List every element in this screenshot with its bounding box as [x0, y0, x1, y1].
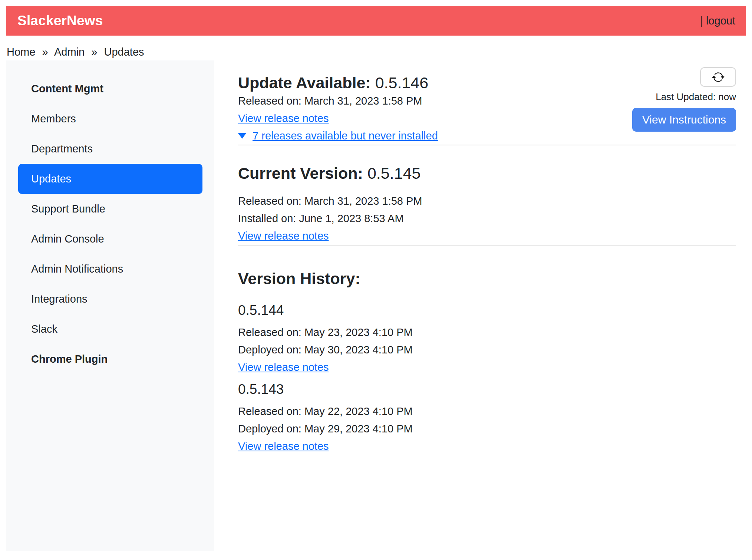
history-deployed-on-text: Deployed on: May 29, 2023 4:10 PM: [238, 420, 736, 438]
current-installed-on-text: Installed on: June 1, 2023 8:53 AM: [238, 210, 736, 227]
section-divider: [238, 245, 736, 246]
breadcrumb: Home » Admin » Updates: [7, 46, 144, 58]
sidebar-item-label: Members: [31, 113, 76, 125]
history-released-on-text: Released on: May 23, 2023 4:10 PM: [238, 324, 736, 341]
logout-separator: |: [700, 15, 703, 27]
view-instructions-button[interactable]: View Instructions: [632, 108, 736, 132]
sidebar-item-label: Chrome Plugin: [31, 353, 108, 365]
section-divider: [238, 145, 736, 145]
breadcrumb-admin[interactable]: Admin: [54, 46, 85, 58]
sidebar-item-label: Admin Console: [31, 233, 104, 245]
version-history-section: Version History: 0.5.144 Released on: Ma…: [238, 269, 736, 455]
version-history-entry: 0.5.144 Released on: May 23, 2023 4:10 P…: [238, 302, 736, 376]
sidebar-item-support-bundle[interactable]: Support Bundle: [18, 194, 202, 224]
sidebar-item-departments[interactable]: Departments: [18, 134, 202, 164]
sidebar-item-label: Updates: [31, 173, 71, 185]
current-version-title: Current Version:: [238, 164, 363, 182]
refresh-button[interactable]: [700, 67, 736, 87]
top-nav-bar: SlackerNews | logout: [6, 6, 746, 36]
current-version-heading: Current Version:0.5.145: [238, 164, 736, 183]
history-deployed-on-text: Deployed on: May 30, 2023 4:10 PM: [238, 341, 736, 359]
logout-area: | logout: [700, 15, 735, 27]
sidebar-item-label: Content Mgmt: [31, 83, 103, 95]
brand-logo[interactable]: SlackerNews: [17, 13, 103, 29]
page: SlackerNews | logout Home » Admin » Upda…: [0, 0, 752, 560]
version-history-heading: Version History:: [238, 269, 736, 288]
view-release-notes-link[interactable]: View release notes: [238, 112, 329, 124]
breadcrumb-separator: »: [91, 46, 97, 58]
current-version-section: Current Version:0.5.145 Released on: Mar…: [238, 164, 736, 245]
sidebar-item-label: Support Bundle: [31, 203, 105, 215]
update-available-section: Update Available:0.5.146 Released on: Ma…: [238, 73, 736, 145]
last-updated-text: Last Updated: now: [656, 91, 736, 103]
sidebar-item-admin-notifications[interactable]: Admin Notifications: [18, 254, 202, 284]
history-version-number: 0.5.143: [238, 381, 736, 398]
sidebar-item-label: Slack: [31, 323, 57, 335]
view-release-notes-link[interactable]: View release notes: [238, 440, 329, 452]
history-released-on-text: Released on: May 22, 2023 4:10 PM: [238, 403, 736, 420]
logout-link[interactable]: logout: [706, 15, 735, 27]
sidebar-item-slack[interactable]: Slack: [18, 314, 202, 344]
releases-never-installed-link[interactable]: 7 releases available but never installed: [253, 130, 438, 142]
sidebar-item-members[interactable]: Members: [18, 104, 202, 134]
breadcrumb-current: Updates: [104, 46, 144, 58]
refresh-icon: [712, 71, 725, 83]
sidebar-item-admin-console[interactable]: Admin Console: [18, 224, 202, 254]
view-release-notes-link[interactable]: View release notes: [238, 361, 329, 373]
admin-sidebar: Content Mgmt Members Departments Updates…: [6, 60, 214, 551]
sidebar-item-chrome-plugin[interactable]: Chrome Plugin: [18, 344, 202, 374]
sidebar-item-label: Integrations: [31, 293, 88, 305]
breadcrumb-home[interactable]: Home: [7, 46, 35, 58]
breadcrumb-separator: »: [42, 46, 48, 58]
sidebar-item-label: Admin Notifications: [31, 263, 123, 275]
caret-down-icon: [238, 133, 246, 139]
sidebar-item-label: Departments: [31, 143, 93, 155]
current-released-on-text: Released on: March 31, 2023 1:58 PM: [238, 192, 736, 210]
view-release-notes-link[interactable]: View release notes: [238, 230, 329, 242]
current-version-number: 0.5.145: [367, 164, 420, 182]
update-available-version: 0.5.146: [375, 74, 428, 92]
sidebar-item-content-mgmt[interactable]: Content Mgmt: [18, 74, 202, 104]
version-history-entry: 0.5.143 Released on: May 22, 2023 4:10 P…: [238, 381, 736, 455]
history-version-number: 0.5.144: [238, 302, 736, 319]
sidebar-item-updates[interactable]: Updates: [18, 164, 202, 194]
sidebar-item-integrations[interactable]: Integrations: [18, 284, 202, 314]
update-available-title: Update Available:: [238, 74, 371, 92]
update-tools: Last Updated: now View Instructions: [632, 67, 736, 132]
updates-main-content: Update Available:0.5.146 Released on: Ma…: [238, 60, 736, 455]
